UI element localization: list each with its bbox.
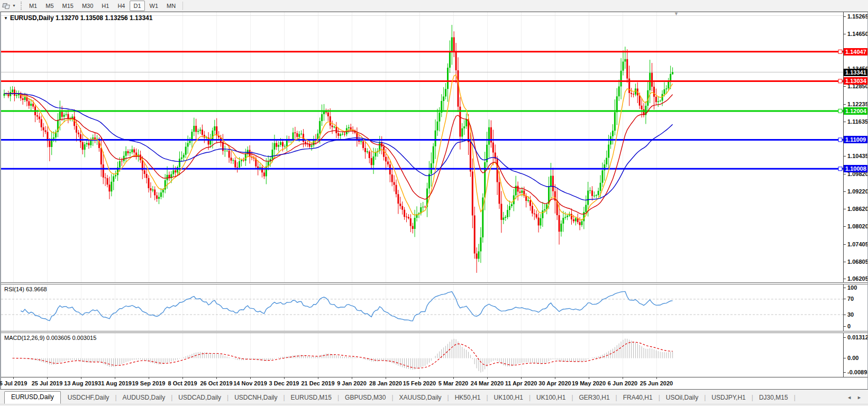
chart-tab-audusd-daily[interactable]: AUDUSD,Daily bbox=[117, 392, 171, 404]
date-tick-label: 25 Jul 2019 bbox=[32, 380, 63, 386]
date-tickmark bbox=[250, 377, 251, 379]
date-tick-label: 15 Feb 2020 bbox=[403, 380, 436, 386]
rsi-tick-label: 30 bbox=[844, 311, 867, 318]
price-tick-label: 1.14650 bbox=[844, 31, 867, 38]
macd-tick-label: 0.00 bbox=[844, 355, 867, 362]
tabs-prev-button[interactable]: ◄ bbox=[847, 395, 852, 400]
date-tickmark bbox=[216, 377, 217, 379]
date-tickmark bbox=[149, 377, 149, 379]
tab-divider: | bbox=[794, 394, 796, 404]
hline-handle-resistance-1.13034[interactable] bbox=[838, 79, 842, 83]
price-tick-label: 1.10435 bbox=[844, 153, 867, 160]
toolbar-separator bbox=[182, 2, 183, 10]
up-candle-wicks bbox=[4, 25, 673, 263]
profiles-dropdown-icon[interactable]: ▼ bbox=[12, 4, 16, 7]
timeframe-button-h1[interactable]: H1 bbox=[98, 1, 113, 11]
date-tickmark bbox=[555, 377, 555, 379]
hline-handle-support-1.10008[interactable] bbox=[838, 167, 842, 171]
chart-tab-uk100-h1[interactable]: UK100,H1 bbox=[531, 392, 571, 404]
timeframe-button-m5[interactable]: M5 bbox=[42, 1, 57, 11]
chart-window: ▼EURUSD,Daily 1.13270 1.13508 1.13256 1.… bbox=[0, 12, 868, 390]
date-tickmark bbox=[589, 377, 589, 379]
vertical-gridlines bbox=[14, 284, 657, 331]
date-tick-label: 30 Apr 2020 bbox=[538, 380, 571, 386]
timeframe-button-m15[interactable]: M15 bbox=[59, 1, 77, 11]
profiles-icon[interactable] bbox=[2, 2, 11, 10]
date-tickmark bbox=[521, 377, 522, 379]
date-tickmark bbox=[656, 377, 657, 379]
chart-tab-usdcnh-daily[interactable]: USDCNH,Daily bbox=[229, 392, 283, 404]
macd-panel: MACD(12,26,9) 0.003605 0.003015 0.013121… bbox=[1, 333, 867, 377]
date-tickmark bbox=[115, 377, 115, 379]
date-tick-label: 5 Mar 2020 bbox=[438, 380, 468, 386]
tab-nav: ◄ ► bbox=[847, 395, 868, 404]
date-tickmark bbox=[419, 377, 420, 379]
rsi-axis[interactable]: 10070300 bbox=[843, 284, 867, 331]
date-tickmark bbox=[182, 377, 183, 379]
chart-tab-dj30-m15[interactable]: DJ30,M15 bbox=[753, 392, 794, 404]
price-badge-support-1.12004: 1.12004 bbox=[844, 107, 867, 115]
chart-tab-xauusd-daily[interactable]: XAUUSD,Daily bbox=[394, 392, 447, 404]
date-tickmark bbox=[13, 377, 14, 379]
chart-title: ▼EURUSD,Daily 1.13270 1.13508 1.13256 1.… bbox=[4, 14, 152, 22]
rsi-label: RSI(14) 63.9668 bbox=[4, 286, 47, 292]
hline-handle-support-1.12004[interactable] bbox=[838, 109, 842, 113]
timeframe-button-m1[interactable]: M1 bbox=[25, 1, 41, 11]
price-badge-current: 1.13341 bbox=[844, 69, 867, 76]
date-tickmark bbox=[81, 377, 81, 379]
chart-tab-hk50-h1[interactable]: HK50,H1 bbox=[449, 392, 487, 404]
price-badge-resistance-1.13034: 1.13034 bbox=[844, 77, 867, 85]
macd-axis[interactable]: 0.0131210.00-0.008933 bbox=[843, 333, 867, 377]
price-axis[interactable]: 1.152651.146501.134501.128501.122351.116… bbox=[843, 12, 867, 282]
chart-tab-uk100-h1[interactable]: UK100,H1 bbox=[488, 392, 529, 404]
candlestick-chart[interactable] bbox=[1, 12, 844, 282]
price-badge-resistance-1.14047: 1.14047 bbox=[844, 48, 867, 56]
date-tickmark bbox=[386, 377, 386, 379]
price-tick-label: 1.11635 bbox=[844, 118, 867, 125]
chart-tab-fra40-h1[interactable]: FRA40,H1 bbox=[617, 392, 659, 404]
rsi-tick-label: 0 bbox=[844, 323, 867, 330]
hline-handle-resistance-1.14047[interactable] bbox=[838, 50, 842, 53]
hline-handle-support-1.11009[interactable] bbox=[838, 138, 842, 142]
chart-shift-marker-icon[interactable]: ▼ bbox=[674, 12, 679, 16]
chart-tab-ger30-h1[interactable]: GER30,H1 bbox=[573, 392, 616, 404]
main-chart-panel: ▼EURUSD,Daily 1.13270 1.13508 1.13256 1.… bbox=[1, 12, 867, 282]
date-tickmark bbox=[623, 377, 623, 379]
chart-tab-usoil-daily[interactable]: USOil,Daily bbox=[660, 392, 704, 404]
date-tick-label: 11 Apr 2020 bbox=[505, 380, 537, 386]
date-tickmark bbox=[352, 377, 352, 379]
timeframe-button-w1[interactable]: W1 bbox=[146, 1, 162, 11]
date-tick-label: 6 Jun 2020 bbox=[608, 380, 637, 386]
status-strip bbox=[0, 404, 868, 406]
price-tick-label: 1.12235 bbox=[844, 101, 867, 108]
chart-tab-eurusd-m15[interactable]: EURUSD,M15 bbox=[285, 392, 337, 404]
timeframe-button-mn[interactable]: MN bbox=[163, 1, 179, 11]
tabs-next-button[interactable]: ► bbox=[857, 395, 862, 400]
chart-tab-eurusd-daily[interactable]: EURUSD,Daily bbox=[4, 391, 61, 404]
chart-title-text: EURUSD,Daily 1.13270 1.13508 1.13256 1.1… bbox=[10, 14, 153, 22]
price-badge-support-1.10008: 1.10008 bbox=[844, 165, 867, 172]
chart-tab-usdcad-daily[interactable]: USDCAD,Daily bbox=[172, 392, 227, 404]
timeframe-button-m30[interactable]: M30 bbox=[78, 1, 97, 11]
date-tick-label: 19 May 2020 bbox=[572, 380, 606, 386]
chart-tab-gbpusd-m30[interactable]: GBPUSD,M30 bbox=[339, 392, 391, 404]
timeframe-button-h4[interactable]: H4 bbox=[114, 1, 129, 11]
rsi-panel: RSI(14) 63.9668 10070300 bbox=[1, 284, 867, 331]
toolbar-grip[interactable] bbox=[21, 2, 22, 10]
chart-tab-usdchf-daily[interactable]: USDCHF,Daily bbox=[62, 392, 115, 404]
chart-tab-usdjpy-h1[interactable]: USDJPY,H1 bbox=[706, 392, 751, 404]
timeframe-button-d1[interactable]: D1 bbox=[130, 1, 144, 11]
date-tick-label: 19 Sep 2019 bbox=[132, 380, 166, 386]
date-tick-label: 6 Jul 2019 bbox=[0, 380, 27, 386]
rsi-line bbox=[21, 291, 672, 321]
down-candle-bodies bbox=[8, 38, 656, 259]
rsi-tick-label: 100 bbox=[844, 284, 867, 291]
chart-dropdown-icon[interactable]: ▼ bbox=[4, 16, 8, 21]
date-tickmark bbox=[318, 377, 318, 379]
macd-label: MACD(12,26,9) 0.003605 0.003015 bbox=[4, 335, 96, 341]
macd-chart[interactable] bbox=[1, 333, 844, 377]
rsi-chart[interactable] bbox=[1, 284, 844, 331]
date-tick-label: 21 Dec 2019 bbox=[301, 380, 335, 386]
date-axis[interactable]: 6 Jul 201925 Jul 201913 Aug 201931 Aug 2… bbox=[1, 377, 867, 389]
date-tickmark bbox=[284, 377, 285, 379]
